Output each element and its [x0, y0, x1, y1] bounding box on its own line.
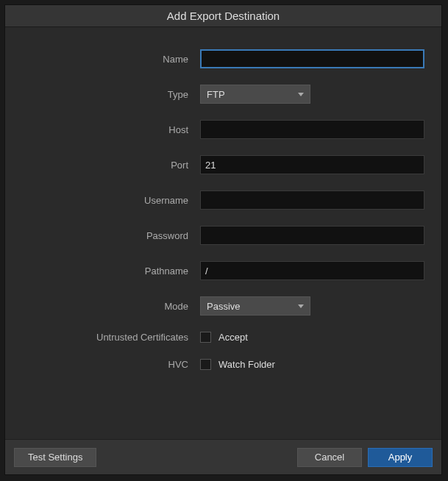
chevron-down-icon [298, 93, 304, 96]
mode-select[interactable]: Passive [200, 296, 310, 316]
pathname-label: Pathname [20, 266, 200, 277]
accept-untrusted-checkbox[interactable] [200, 332, 211, 343]
form-area: Name Type FTP Host Port Username Passwor… [5, 27, 441, 439]
apply-button[interactable]: Apply [368, 448, 433, 467]
username-input[interactable] [200, 190, 424, 210]
hvc-label: HVC [20, 359, 200, 370]
host-input[interactable] [200, 120, 424, 139]
port-input[interactable] [200, 155, 424, 174]
mode-select-value: Passive [207, 301, 298, 312]
dialog-footer: Test Settings Cancel Apply [5, 439, 441, 474]
host-label: Host [20, 124, 200, 135]
add-export-destination-dialog: Add Export Destination Name Type FTP Hos… [4, 4, 442, 475]
watch-folder-checkbox-label: Watch Folder [218, 359, 275, 370]
password-input[interactable] [200, 226, 424, 245]
password-label: Password [20, 230, 200, 241]
watch-folder-checkbox[interactable] [200, 359, 211, 370]
type-select-value: FTP [207, 89, 298, 100]
type-label: Type [20, 89, 200, 100]
type-select[interactable]: FTP [200, 85, 310, 104]
port-label: Port [20, 160, 200, 171]
name-input[interactable] [200, 49, 424, 68]
chevron-down-icon [298, 304, 304, 308]
dialog-title: Add Export Destination [5, 5, 441, 27]
untrusted-certificates-label: Untrusted Certificates [20, 332, 200, 343]
pathname-input[interactable] [200, 261, 424, 280]
mode-label: Mode [20, 301, 200, 312]
name-label: Name [20, 54, 200, 65]
test-settings-button[interactable]: Test Settings [14, 448, 96, 467]
cancel-button[interactable]: Cancel [297, 448, 362, 467]
accept-untrusted-checkbox-label: Accept [218, 332, 248, 343]
username-label: Username [20, 195, 200, 206]
